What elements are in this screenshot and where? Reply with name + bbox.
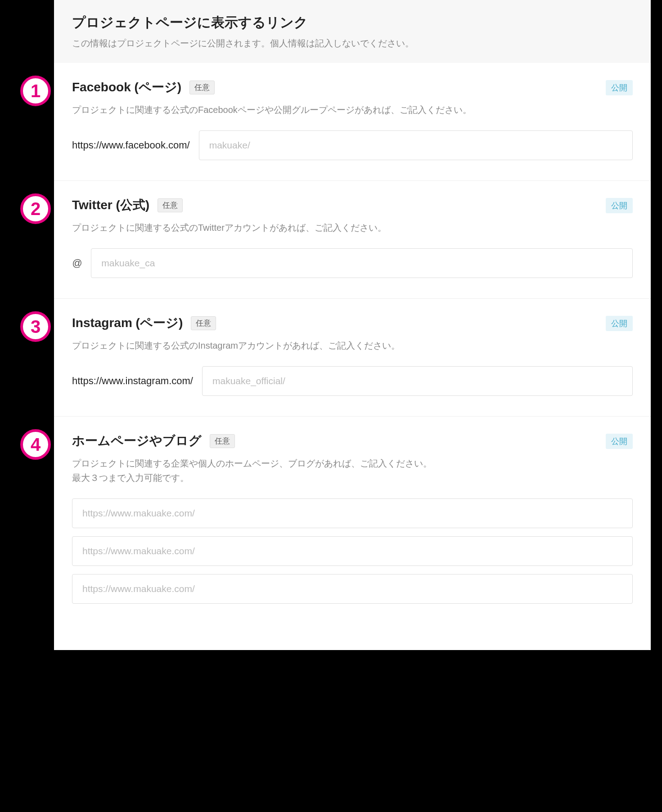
annotation-circle-2: 2	[20, 193, 51, 224]
homepage-optional-tag: 任意	[210, 434, 235, 448]
annotation-number-4: 4	[31, 435, 41, 453]
annotation-circle-3: 3	[20, 311, 51, 342]
facebook-url-prefix: https://www.facebook.com/	[72, 139, 190, 151]
homepage-input-3[interactable]	[72, 574, 633, 604]
instagram-title: Instagram (ページ)	[72, 314, 183, 332]
annotation-number-2: 2	[31, 200, 41, 218]
annotation-circle-4: 4	[20, 429, 51, 460]
twitter-section: 2 Twitter (公式) 任意 公開 プロジェクトに関連する公式のTwitt…	[54, 181, 651, 299]
homepage-input-2[interactable]	[72, 536, 633, 566]
instagram-public-badge: 公開	[606, 316, 633, 331]
twitter-optional-tag: 任意	[158, 198, 183, 212]
facebook-optional-tag: 任意	[189, 81, 215, 94]
facebook-input[interactable]	[199, 130, 633, 160]
instagram-desc: プロジェクトに関連する公式のInstagramアカウントがあれば、ご記入ください…	[72, 338, 633, 353]
instagram-input[interactable]	[202, 366, 633, 396]
facebook-desc: プロジェクトに関連する公式のFacebookページや公開グループページがあれば、…	[72, 103, 633, 117]
twitter-input-row: @	[72, 248, 633, 278]
twitter-title: Twitter (公式)	[72, 197, 149, 214]
instagram-section: 3 Instagram (ページ) 任意 公開 プロジェクトに関連する公式のIn…	[54, 299, 651, 417]
instagram-url-prefix: https://www.instagram.com/	[72, 375, 193, 387]
header-section: プロジェクトページに表示するリンク この情報はプロジェクトページに公開されます。…	[54, 0, 651, 63]
homepage-public-badge: 公開	[606, 434, 633, 449]
homepage-header: ホームページやブログ 任意	[72, 432, 633, 449]
page-title: プロジェクトページに表示するリンク	[72, 13, 633, 32]
facebook-header: Facebook (ページ) 任意	[72, 79, 633, 96]
twitter-input[interactable]	[91, 248, 633, 278]
facebook-public-badge: 公開	[606, 80, 633, 95]
twitter-public-badge: 公開	[606, 198, 633, 213]
homepage-title: ホームページやブログ	[72, 432, 202, 449]
annotation-number-3: 3	[31, 318, 41, 336]
page-subtitle: この情報はプロジェクトページに公開されます。個人情報は記入しないでください。	[72, 37, 633, 49]
twitter-header: Twitter (公式) 任意	[72, 197, 633, 214]
instagram-input-row: https://www.instagram.com/	[72, 366, 633, 396]
facebook-input-row: https://www.facebook.com/	[72, 130, 633, 160]
instagram-optional-tag: 任意	[191, 316, 216, 330]
facebook-section: 1 Facebook (ページ) 任意 公開 プロジェクトに関連する公式のFac…	[54, 63, 651, 181]
twitter-at-prefix: @	[72, 257, 82, 269]
instagram-header: Instagram (ページ) 任意	[72, 314, 633, 332]
homepage-section: 4 ホームページやブログ 任意 公開 プロジェクトに関連する企業や個人のホームペ…	[54, 417, 651, 632]
page-container: プロジェクトページに表示するリンク この情報はプロジェクトページに公開されます。…	[54, 0, 651, 650]
facebook-title: Facebook (ページ)	[72, 79, 181, 96]
annotation-circle-1: 1	[20, 76, 51, 106]
twitter-desc: プロジェクトに関連する公式のTwitterアカウントがあれば、ご記入ください。	[72, 220, 633, 235]
homepage-desc: プロジェクトに関連する企業や個人のホームページ、ブログがあれば、ご記入ください。…	[72, 456, 633, 485]
annotation-number-1: 1	[31, 82, 41, 100]
homepage-input-1[interactable]	[72, 498, 633, 528]
